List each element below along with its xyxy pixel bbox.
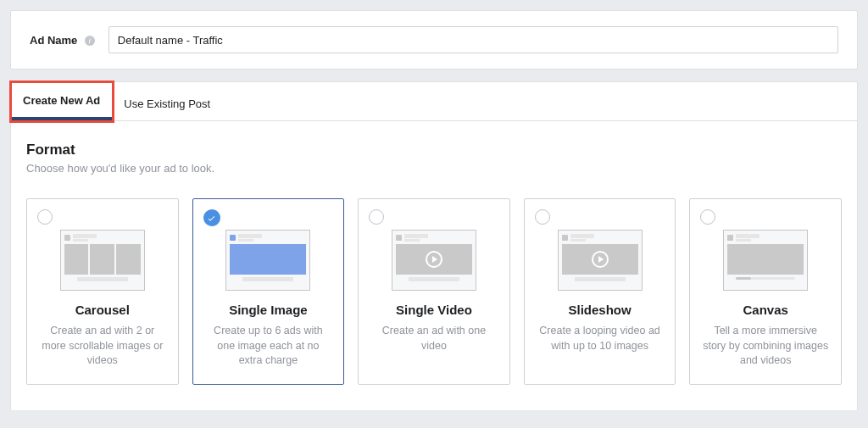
card-desc: Create a looping video ad with up to 10 … bbox=[535, 324, 665, 353]
ad-name-input[interactable] bbox=[108, 26, 838, 53]
radio-single-image[interactable] bbox=[203, 209, 220, 226]
thumb-slideshow-icon bbox=[558, 230, 643, 291]
card-title: Carousel bbox=[75, 303, 130, 317]
card-title: Single Video bbox=[396, 303, 472, 317]
card-title: Single Image bbox=[229, 303, 308, 317]
format-section: Format Choose how you'd like your ad to … bbox=[11, 121, 857, 410]
format-card-single-video[interactable]: Single Video Create an ad with one video bbox=[358, 198, 510, 385]
radio-carousel[interactable] bbox=[37, 209, 53, 225]
format-subheading: Choose how you'd like your ad to look. bbox=[26, 162, 842, 175]
ad-name-label-wrap: Ad Name i bbox=[30, 32, 95, 47]
card-desc: Create an ad with one video bbox=[369, 324, 499, 353]
thumb-carousel-icon bbox=[60, 230, 145, 291]
check-icon bbox=[203, 209, 220, 226]
tabs: Create New Ad Use Existing Post bbox=[11, 82, 857, 121]
format-options: Carousel Create an ad with 2 or more scr… bbox=[26, 198, 842, 385]
thumb-single-image-icon bbox=[225, 230, 310, 291]
format-card-single-image[interactable]: Single Image Create up to 6 ads with one… bbox=[192, 198, 345, 385]
thumb-single-video-icon bbox=[392, 230, 476, 291]
format-card-carousel[interactable]: Carousel Create an ad with 2 or more scr… bbox=[26, 198, 179, 385]
radio-canvas[interactable] bbox=[700, 209, 715, 225]
format-heading: Format bbox=[26, 142, 842, 158]
format-card-canvas[interactable]: Canvas Tell a more immersive story by co… bbox=[689, 198, 842, 385]
ad-name-label: Ad Name bbox=[30, 34, 77, 47]
thumb-canvas-icon bbox=[723, 230, 808, 291]
card-desc: Tell a more immersive story by combining… bbox=[700, 324, 831, 369]
tab-create-new-ad[interactable]: Create New Ad bbox=[11, 82, 112, 120]
card-desc: Create up to 6 ads with one image each a… bbox=[203, 324, 334, 369]
card-title: Canvas bbox=[743, 303, 787, 317]
info-icon[interactable]: i bbox=[85, 36, 95, 46]
ad-name-panel: Ad Name i bbox=[10, 10, 858, 69]
radio-slideshow[interactable] bbox=[535, 209, 550, 225]
radio-single-video[interactable] bbox=[369, 209, 384, 225]
tab-use-existing-post[interactable]: Use Existing Post bbox=[112, 86, 222, 120]
card-desc: Create an ad with 2 or more scrollable i… bbox=[37, 324, 168, 369]
format-card-slideshow[interactable]: Slideshow Create a looping video ad with… bbox=[524, 198, 676, 385]
card-title: Slideshow bbox=[568, 303, 631, 317]
ad-creation-panel: Create New Ad Use Existing Post Format C… bbox=[10, 81, 858, 410]
